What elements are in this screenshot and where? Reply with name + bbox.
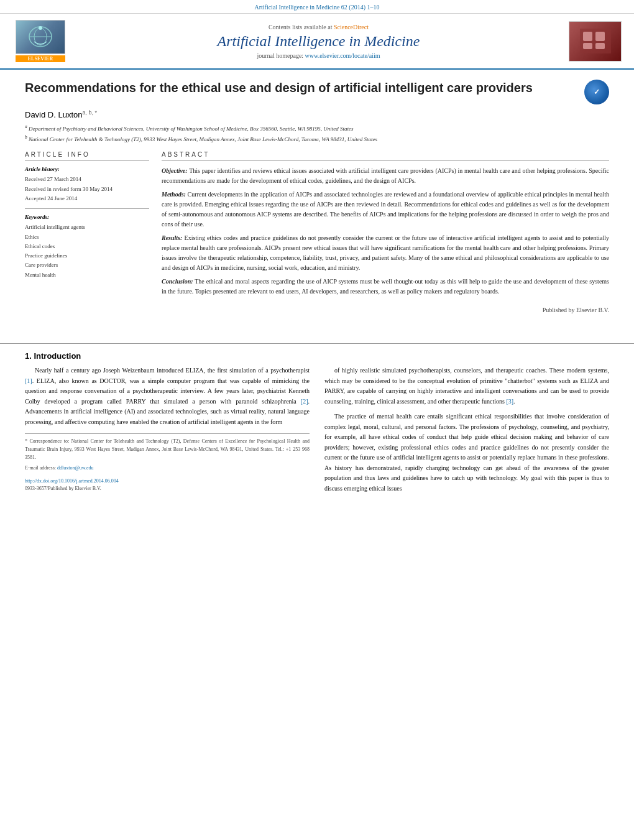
conclusion-text: The ethical and moral aspects regarding …	[162, 278, 609, 295]
svg-point-3	[39, 26, 42, 30]
section-divider	[0, 343, 634, 344]
citation-text: Artificial Intelligence in Medicine 62 (…	[254, 4, 379, 11]
author-name: David D. Luxton	[25, 110, 83, 119]
abstract-objective: Objective: This paper identifies and rev…	[162, 166, 609, 186]
accepted-date: Accepted 24 June 2014	[25, 194, 149, 203]
journal-cover-image	[569, 21, 622, 62]
homepage-url[interactable]: www.elsevier.com/locate/aiim	[305, 52, 380, 59]
keyword-1: Artificial intelligent agents	[25, 223, 149, 232]
footnotes: * Correspondence to: National Center for…	[25, 433, 310, 493]
intro-para-1: Nearly half a century ago Joseph Weizenb…	[25, 366, 310, 427]
introduction-body: Nearly half a century ago Joseph Weizenb…	[25, 366, 609, 499]
published-by: Published by Elsevier B.V.	[162, 303, 609, 313]
intro-para-2: of highly realistic simulated psychother…	[324, 366, 609, 407]
article-info-col: ARTICLE INFO Article history: Received 2…	[25, 151, 149, 313]
footnote-correspondence: * Correspondence to: National Center for…	[25, 438, 310, 461]
intro-right-col: of highly realistic simulated psychother…	[324, 366, 609, 499]
sciencedirect-link[interactable]: ScienceDirect	[334, 24, 369, 30]
intro-left-col: Nearly half a century ago Joseph Weizenb…	[25, 366, 310, 499]
keyword-6: Mental health	[25, 270, 149, 280]
journal-header-center: Contents lists available at ScienceDirec…	[68, 24, 569, 59]
article-body: Recommendations for the ethical use and …	[0, 70, 634, 336]
author-sup: a, b, *	[83, 109, 98, 116]
conclusion-label: Conclusion:	[162, 278, 193, 285]
elsevier-logo-block: ELSEVIER	[12, 20, 68, 62]
abstract-text: Objective: This paper identifies and rev…	[162, 166, 609, 297]
keywords-list: Artificial intelligent agents Ethics Eth…	[25, 223, 149, 280]
homepage-line: journal homepage: www.elsevier.com/locat…	[68, 52, 569, 59]
article-dates: Received 27 March 2014 Received in revis…	[25, 175, 149, 209]
contents-available-text: Contents lists available at ScienceDirec…	[68, 24, 569, 30]
affiliation-b: b National Center for Telehealth & Techn…	[25, 134, 609, 144]
keyword-4: Practice guidelines	[25, 251, 149, 261]
article-title-row: Recommendations for the ethical use and …	[25, 80, 609, 104]
abstract-col: ABSTRACT Objective: This paper identifie…	[162, 151, 609, 313]
svg-rect-8	[595, 43, 605, 49]
affiliations-block: a Department of Psychiatry and Behaviora…	[25, 123, 609, 144]
email-link[interactable]: ddluxton@uw.edu	[57, 465, 94, 471]
author-line: David D. Luxtona, b, *	[25, 109, 609, 119]
introduction-section: 1. Introduction Nearly half a century ag…	[0, 351, 634, 499]
abstract-methods: Methods: Current developments in the app…	[162, 190, 609, 229]
ref-3[interactable]: [3]	[506, 398, 513, 405]
abstract-header: ABSTRACT	[162, 151, 609, 161]
abstract-results: Results: Existing ethics codes and pract…	[162, 233, 609, 273]
svg-rect-6	[595, 32, 605, 41]
svg-rect-7	[583, 43, 592, 49]
objective-text: This paper identifies and reviews ethica…	[162, 167, 609, 184]
footnote-email: E-mail address: ddluxton@uw.edu	[25, 464, 310, 473]
introduction-heading: 1. Introduction	[25, 351, 609, 361]
doi-line: http://dx.doi.org/10.1016/j.artmed.2014.…	[25, 478, 310, 486]
methods-label: Methods:	[162, 191, 186, 198]
crossmark-badge[interactable]: ✓	[584, 80, 609, 104]
svg-rect-5	[583, 32, 592, 41]
info-abstract-section: ARTICLE INFO Article history: Received 2…	[25, 151, 609, 313]
keywords-label: Keywords:	[25, 214, 149, 220]
article-info-header: ARTICLE INFO	[25, 151, 149, 161]
abstract-conclusion: Conclusion: The ethical and moral aspect…	[162, 277, 609, 297]
keyword-3: Ethical codes	[25, 242, 149, 251]
ref-1[interactable]: [1]	[25, 377, 32, 384]
results-label: Results:	[162, 234, 182, 241]
keyword-5: Care providers	[25, 261, 149, 270]
crossmark-icon: ✓	[594, 88, 600, 97]
elsevier-image	[16, 20, 65, 54]
issn-line: 0933-3657/Published by Elsevier B.V.	[25, 485, 310, 493]
article-title: Recommendations for the ethical use and …	[25, 80, 584, 96]
received-date: Received 27 March 2014	[25, 175, 149, 184]
journal-title: Artificial Intelligence in Medicine	[68, 33, 569, 50]
ref-2[interactable]: [2]	[301, 398, 308, 405]
elsevier-badge: ELSEVIER	[16, 55, 65, 62]
affiliation-a: a Department of Psychiatry and Behaviora…	[25, 123, 609, 134]
journal-header: ELSEVIER Contents lists available at Sci…	[0, 14, 634, 70]
revised-date: Received in revised form 30 May 2014	[25, 185, 149, 194]
journal-citation: Artificial Intelligence in Medicine 62 (…	[0, 0, 634, 14]
objective-label: Objective:	[162, 167, 188, 174]
intro-para-3: The practice of mental health care entai…	[324, 412, 609, 494]
results-text: Existing ethics codes and practice guide…	[162, 234, 609, 271]
methods-text: Current developments in the application …	[162, 191, 609, 228]
keyword-2: Ethics	[25, 233, 149, 242]
article-history-label: Article history:	[25, 166, 149, 172]
